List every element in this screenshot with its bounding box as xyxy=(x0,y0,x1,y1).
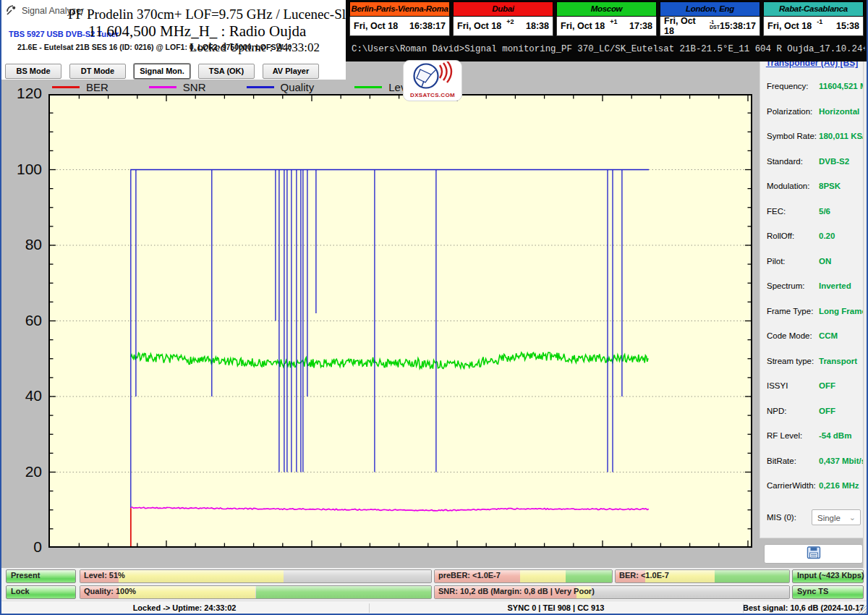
transponder-row-polarization: Polarization:Horizontal xyxy=(767,107,859,119)
transponder-row-bitrate: BitRate:0,437 Mbit/s xyxy=(767,457,859,468)
tab-signal-mon[interactable]: Signal Mon. xyxy=(134,64,190,79)
field-value: OFF xyxy=(819,381,835,390)
clock-utc-offset: -1DST xyxy=(710,20,720,30)
logo-text: DXSATCS.COM xyxy=(404,92,461,98)
lamp-label: Input (~423 Kbps) xyxy=(797,571,864,580)
lamp-label: Present xyxy=(11,571,40,580)
clock-utc-offset: -1 xyxy=(817,18,822,25)
y-axis-label: 80 xyxy=(3,236,42,253)
save-button[interactable] xyxy=(764,544,863,564)
field-value: DVB-S2 xyxy=(819,157,849,166)
y-axis-label: 0 xyxy=(3,538,42,556)
legend-swatch-snr xyxy=(149,86,176,88)
field-label: FEC: xyxy=(767,207,786,216)
legend-label: Quality xyxy=(281,81,315,93)
transponder-row-stream-type: Stream type:Transport xyxy=(767,357,859,368)
clock-city-label: London, Eng xyxy=(660,1,760,17)
meter-label: Level: 51% xyxy=(84,571,125,580)
clock-city-label: Rabat-Casablanca xyxy=(763,1,864,17)
clock-body: Fri, Oct 18+218:38 xyxy=(453,17,553,36)
meter-label: BER: <1.0E-7 xyxy=(619,571,669,580)
mode-tabs: BS ModeDT ModeSignal Mon.TSA (OK)AV Play… xyxy=(5,64,319,79)
lamp-present: Present xyxy=(6,569,76,583)
field-value: Transport xyxy=(819,357,857,365)
meter-quality: Quality: 100% xyxy=(80,585,432,599)
chevron-down-icon: ⌄ xyxy=(849,509,856,525)
field-label: Stream type: xyxy=(767,357,814,365)
status-sync: SYNC 0 | TEI 908 | CC 913 xyxy=(369,603,743,612)
save-icon xyxy=(807,546,821,562)
clock-dubai: DubaiFri, Oct 18+218:38 xyxy=(453,1,553,36)
clock-body: Fri, Oct 18-1DST15:38:17 xyxy=(660,17,760,36)
clock-utc-offset: +2 xyxy=(506,18,514,25)
meter-snr: SNR: 10,2 dB (Margin: 0,8 dB | Very Poor… xyxy=(434,585,790,599)
y-axis-label: 120 xyxy=(3,85,42,102)
clock-time: 16:38:17 xyxy=(409,21,446,31)
legend-item-snr: SNR xyxy=(149,81,206,93)
field-label: Polarization: xyxy=(767,107,812,116)
dish-title: PF Prodelin 370cm+ LOF=9.75 GHz / Lucene… xyxy=(68,7,383,22)
clock-time: 17:38 xyxy=(629,21,652,31)
field-label: Spectrum: xyxy=(767,281,804,290)
meter-level: Level: 51% xyxy=(80,569,432,583)
transponder-row-frame-type: Frame Type:Long Frame xyxy=(767,307,859,318)
meter-label: Quality: 100% xyxy=(84,587,136,595)
status-bar: Locked -> Uptime: 24:33:02 SYNC 0 | TEI … xyxy=(0,601,868,615)
clock-body: Fri, Oct 18-115:38 xyxy=(763,17,864,36)
world-clocks: Berlin-Paris-Vienna-RomaFri, Oct 1816:38… xyxy=(349,1,864,36)
meter-gloss xyxy=(80,570,431,582)
transponder-row-fec: FEC:5/6 xyxy=(767,207,859,219)
field-value: ON xyxy=(819,257,831,266)
clock-time: 15:38 xyxy=(836,21,859,31)
field-label: MIS (0): xyxy=(767,513,796,522)
clock-city-label: Berlin-Paris-Vienna-Roma xyxy=(349,1,450,17)
clock-date: Fri, Oct 18 xyxy=(354,21,398,31)
field-value: 180,011 KS/s xyxy=(819,132,868,140)
legend-label: BER xyxy=(86,81,109,93)
field-value: Long Frame xyxy=(819,307,867,315)
resize-grip[interactable] xyxy=(858,606,867,614)
transponder-row-frequency: Frequency:11604,521 MHz xyxy=(767,82,859,93)
status-uptime: Locked -> Uptime: 24:33:02 xyxy=(0,603,369,612)
clock-body: Fri, Oct 18+117:38 xyxy=(556,17,657,36)
transponder-row-rf-level: RF Level:-54 dBm xyxy=(767,431,859,443)
field-label: RollOff: xyxy=(767,232,794,240)
clock-utc-offset: +1 xyxy=(610,18,617,25)
locked-uptime-title: Locked Uptime : 24:33:02 xyxy=(190,41,320,55)
field-value: 11604,521 MHz xyxy=(819,82,868,90)
satellite-dish-icon xyxy=(404,80,461,93)
transponder-row-code-mode: Code Mode:CCM xyxy=(767,331,859,343)
legend-label: SNR xyxy=(183,81,206,93)
signal-plot-svg xyxy=(48,94,752,548)
field-label: BitRate: xyxy=(767,457,796,465)
clock-date: Fri, Oct 18 xyxy=(457,21,501,31)
clock-city-label: Dubai xyxy=(453,1,553,17)
field-value: -54 dBm xyxy=(819,431,851,440)
tab-av-player[interactable]: AV Player xyxy=(263,64,319,79)
lamp-sync-ts: Sync TS xyxy=(792,585,864,599)
transponder-row-npd: NPD:OFF xyxy=(767,407,859,418)
legend-swatch-ber xyxy=(52,86,80,88)
field-label: Standard: xyxy=(767,157,803,166)
transponder-row-issyi: ISSYIOFF xyxy=(767,381,859,393)
cmd-window[interactable]: Berlin-Paris-Vienna-RomaFri, Oct 1816:38… xyxy=(346,0,868,62)
clock-berlin-paris-vienna-roma: Berlin-Paris-Vienna-RomaFri, Oct 1816:38… xyxy=(349,1,450,36)
tab-bs-mode[interactable]: BS Mode xyxy=(5,64,61,79)
transponder-row-mis: MIS (0):Single⌄ xyxy=(767,513,859,525)
field-value: 5/6 xyxy=(819,207,830,216)
clock-rabat-casablanca: Rabat-CasablancaFri, Oct 18-115:38 xyxy=(763,1,864,36)
transponder-row-pilot: Pilot:ON xyxy=(767,257,859,268)
field-value: Horizontal xyxy=(819,107,859,116)
field-label: Frame Type: xyxy=(767,307,813,315)
clock-body: Fri, Oct 1816:38:17 xyxy=(349,17,450,36)
mis-select[interactable]: Single⌄ xyxy=(812,509,861,525)
field-label: NPD: xyxy=(767,407,786,415)
tab-tsa-ok[interactable]: TSA (OK) xyxy=(198,64,255,79)
field-label: CarrierWidth: xyxy=(767,481,816,490)
clock-city-label: Moscow xyxy=(556,1,657,17)
y-axis-label: 100 xyxy=(3,161,42,178)
tab-dt-mode[interactable]: DT Mode xyxy=(69,64,126,79)
meter-label: preBER: <1.0E-7 xyxy=(438,571,501,580)
mis-select-value: Single xyxy=(817,514,841,522)
panel-scrollbar[interactable] xyxy=(863,62,868,568)
